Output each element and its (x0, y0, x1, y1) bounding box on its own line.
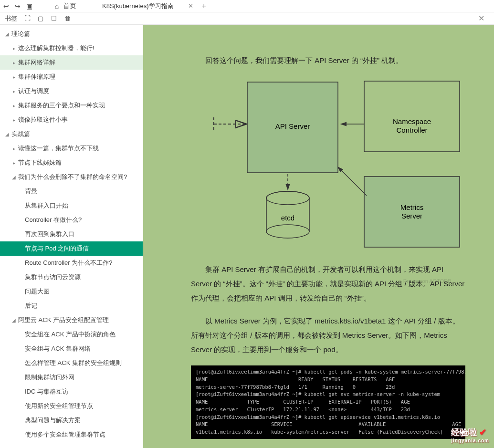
caret-open-icon[interactable]: ◢ (11, 318, 16, 323)
site-watermark: 经验啦 ✔ jingyanla.com (451, 427, 489, 443)
tree-item-label: 我们为什么会删除不了集群的命名空间? (18, 173, 127, 181)
add-bookmark-icon[interactable]: ▢ (37, 15, 44, 22)
tree-item[interactable]: Controller 在做什么? (0, 213, 143, 227)
check-icon: ✔ (479, 427, 486, 437)
paragraph: 回答这个问题，我们需要理解一下 API Server 的 “外挂” 机制。 (191, 53, 465, 68)
tree-item[interactable]: Route Controller 为什么不工作? (0, 256, 143, 270)
export-bookmark-icon[interactable]: ☐ (51, 15, 57, 22)
fullscreen-icon[interactable]: ⛶ (24, 15, 31, 22)
caret-closed-icon[interactable]: ▸ (11, 146, 16, 151)
architecture-diagram: API Server NamespaceController MetricsSe… (195, 76, 462, 248)
watermark-sub: jingyanla.com (451, 438, 489, 443)
tree-item-label: 集群节点访问云资源 (25, 273, 81, 281)
tree-item-label: 阿里云 ACK 产品安全组配置管理 (18, 316, 109, 324)
tree-item[interactable]: ▸集群网络详解 (0, 55, 143, 70)
tree-item[interactable]: 安全组在 ACK 产品中扮演的角色 (0, 327, 143, 342)
tree-item-label: 安全组在 ACK 产品中扮演的角色 (25, 330, 116, 339)
tree-item-label: 读懂这一篇，集群节点不下线 (18, 144, 99, 153)
save-icon[interactable]: ▣ (26, 3, 32, 10)
tree-item-label: 背景 (25, 187, 37, 196)
caret-open-icon[interactable]: ◢ (11, 175, 16, 180)
tree-item-label: 限制集群访问外网 (25, 373, 74, 382)
tree-item[interactable]: 再次回到集群入口 (0, 227, 143, 241)
tree-item[interactable]: ◢实战篇 (0, 127, 143, 141)
diagram-watermark: Processon AOTODB (403, 276, 452, 286)
watermark-name: 经验啦 (451, 427, 477, 437)
tree-item[interactable]: 问题大图 (0, 284, 143, 299)
tree-item[interactable]: ◢我们为什么会删除不了集群的命名空间? (0, 170, 143, 184)
tree-item[interactable]: 背景 (0, 184, 143, 198)
tree-item-label: 认证与调度 (18, 87, 49, 95)
caret-closed-icon[interactable]: ▸ (11, 60, 16, 65)
home-icon: ⌂ (53, 3, 60, 10)
tree-item[interactable]: 从集群入口开始 (0, 198, 143, 213)
terminal-output: [root@iZuft6ivxeelimm3aru4a4frZ ~]# kube… (191, 365, 465, 439)
tree-item[interactable]: 集群节点访问云资源 (0, 270, 143, 284)
tree-item[interactable]: ▸这么理解集群控制器，能行! (0, 41, 143, 55)
tree-item-label: 集群伸缩原理 (18, 73, 55, 81)
tree-item[interactable]: ▸镜像拉取这件小事 (0, 113, 143, 127)
tree-item[interactable]: ▸集群伸缩原理 (0, 70, 143, 84)
tree-item[interactable]: ◢阿里云 ACK 产品安全组配置管理 (0, 313, 143, 327)
tab-label: K8S(kubernetes)学习指南 (102, 2, 174, 10)
diagram-label-metrics: MetricsServer (400, 203, 423, 220)
forward-icon[interactable]: ↪ (14, 3, 21, 10)
tree-item[interactable]: 怎么样管理 ACK 集群的安全组规则 (0, 356, 143, 370)
diagram-label-ns: NamespaceController (392, 117, 431, 134)
tree-item-label: 镜像拉取这件小事 (18, 115, 68, 124)
caret-open-icon[interactable]: ◢ (5, 132, 10, 137)
tree-item-label: 节点与 Pod 之间的通信 (25, 244, 89, 253)
tree-item-label: IDC 与集群互访 (25, 387, 68, 396)
tree-item[interactable]: 典型问题与解决方案 (0, 413, 143, 427)
caret-closed-icon[interactable]: ▸ (11, 74, 16, 80)
caret-closed-icon[interactable]: ▸ (11, 46, 16, 51)
home-tab[interactable]: ⌂ 首页 (53, 2, 76, 10)
tree-item-label: 节点下线姊妹篇 (18, 158, 62, 167)
tree-item-label: 怎么样管理 ACK 集群的安全组规则 (25, 359, 122, 367)
tree-item-label: 从集群入口开始 (25, 201, 68, 210)
tree-item-label: Route Controller 为什么不工作? (25, 259, 113, 267)
tree-item[interactable]: 后记 (0, 299, 143, 313)
tree-item[interactable]: 安全组与 ACK 集群网络 (0, 342, 143, 356)
diagram-label-etcd: etcd (281, 214, 294, 222)
tree-item[interactable]: 使用新的安全组管理节点 (0, 399, 143, 413)
tree-item-label: 理论篇 (11, 30, 30, 38)
tab-k8s-guide[interactable]: K8S(kubernetes)学习指南 ✕ (98, 0, 197, 12)
window-topbar: ↩ ↪ ▣ ⌂ 首页 K8S(kubernetes)学习指南 ✕ + (0, 0, 494, 12)
caret-closed-icon[interactable]: ▸ (11, 89, 16, 94)
tree-item[interactable]: 节点与 Pod 之间的通信 (0, 241, 143, 256)
tree-item-label: 集群网络详解 (18, 58, 55, 67)
tree-item-label: 后记 (25, 302, 37, 310)
svg-rect-1 (364, 81, 460, 152)
tree-item[interactable]: ◢理论篇 (0, 27, 143, 41)
tree-item[interactable]: ▸读懂这一篇，集群节点不下线 (0, 141, 143, 156)
tree-item[interactable]: ▸集群服务的三个要点和一种实现 (0, 98, 143, 113)
document-content: 回答这个问题，我们需要理解一下 API Server 的 “外挂” 机制。 AP… (143, 25, 494, 448)
caret-closed-icon[interactable]: ▸ (11, 160, 16, 166)
back-icon[interactable]: ↩ (3, 3, 10, 10)
tree-item-label: 再次回到集群入口 (25, 230, 74, 239)
tree-item-label: 集群服务的三个要点和一种实现 (18, 101, 105, 110)
new-tab-button[interactable]: + (202, 2, 206, 10)
tree-item-label: 典型问题与解决方案 (25, 416, 81, 425)
tree-item-label: Controller 在做什么? (25, 216, 82, 224)
tree-item[interactable]: IDC 与集群互访 (0, 385, 143, 399)
tree-item-label: 使用多个安全组管理集群节点 (25, 430, 105, 439)
close-icon[interactable]: ✕ (188, 2, 193, 10)
tree-item-label: 安全组与 ACK 集群网络 (25, 344, 91, 353)
caret-closed-icon[interactable]: ▸ (11, 117, 16, 123)
caret-closed-icon[interactable]: ▸ (11, 103, 16, 108)
tree-item-label: 这么理解集群控制器，能行! (18, 44, 95, 52)
tree-item[interactable]: ▸节点下线姊妹篇 (0, 156, 143, 170)
tree-item[interactable]: 使用多个安全组管理集群节点 (0, 427, 143, 442)
bookmarks-toolbar: 书签 ⛶ ▢ ☐ 🗑 ✕ (0, 12, 494, 25)
tree-item-label: 问题大图 (25, 287, 50, 296)
caret-open-icon[interactable]: ◢ (5, 31, 10, 37)
close-panel-icon[interactable]: ✕ (478, 14, 489, 23)
tree-item[interactable]: 限制集群访问外网 (0, 370, 143, 385)
tree-item-label: 实战篇 (11, 130, 30, 138)
svg-line-11 (338, 167, 367, 196)
paragraph: 以 Metrics Server 为例，它实现了 metrics.k8s.io/… (191, 314, 465, 357)
tree-item[interactable]: ▸认证与调度 (0, 84, 143, 98)
delete-bookmark-icon[interactable]: 🗑 (64, 15, 71, 22)
